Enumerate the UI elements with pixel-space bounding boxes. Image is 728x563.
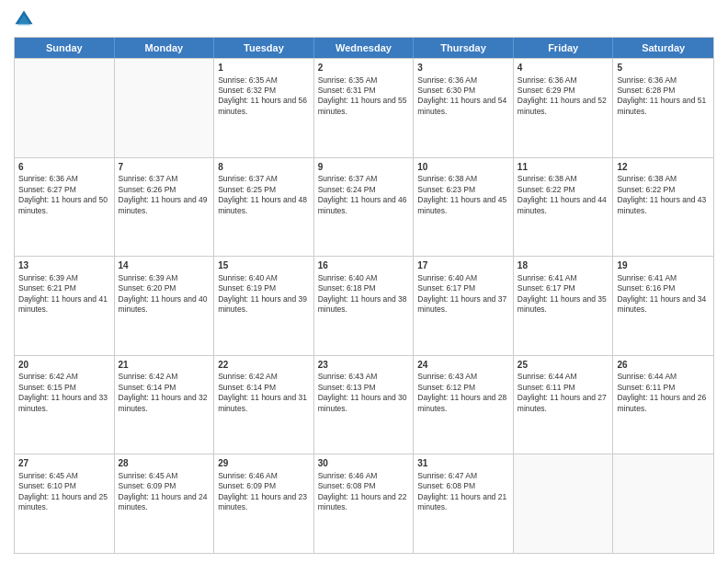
sunrise-text: Sunrise: 6:45 AM [18,471,110,481]
daylight-text: Daylight: 11 hours and 44 minutes. [518,195,609,216]
daylight-text: Daylight: 11 hours and 56 minutes. [218,96,310,117]
sunrise-text: Sunrise: 6:35 AM [218,75,310,86]
cal-cell-24: 24Sunrise: 6:43 AMSunset: 6:12 PMDayligh… [414,356,514,454]
daylight-text: Daylight: 11 hours and 49 minutes. [119,195,210,216]
sunset-text: Sunset: 6:32 PM [218,86,310,96]
sunset-text: Sunset: 6:08 PM [318,481,410,491]
sunrise-text: Sunrise: 6:40 AM [417,273,509,283]
daylight-text: Daylight: 11 hours and 33 minutes. [18,393,110,414]
cal-cell-empty [115,59,215,157]
day-number: 27 [18,457,110,470]
daylight-text: Daylight: 11 hours and 48 minutes. [218,195,310,216]
sunset-text: Sunset: 6:23 PM [417,185,509,195]
cal-cell-9: 9Sunrise: 6:37 AMSunset: 6:24 PMDaylight… [314,158,415,257]
sunrise-text: Sunrise: 6:45 AM [119,471,210,481]
cal-cell-18: 18Sunrise: 6:41 AMSunset: 6:17 PMDayligh… [514,257,614,355]
week-row-3: 13Sunrise: 6:39 AMSunset: 6:21 PMDayligh… [15,256,713,355]
daylight-text: Daylight: 11 hours and 51 minutes. [617,96,710,117]
sunset-text: Sunset: 6:14 PM [119,383,210,393]
header-tuesday: Tuesday [214,38,314,58]
day-number: 17 [417,259,509,272]
sunset-text: Sunset: 6:08 PM [417,481,509,491]
day-number: 13 [18,259,110,272]
cal-cell-21: 21Sunrise: 6:42 AMSunset: 6:14 PMDayligh… [115,356,215,454]
cal-cell-29: 29Sunrise: 6:46 AMSunset: 6:09 PMDayligh… [214,454,314,553]
sunset-text: Sunset: 6:21 PM [18,283,110,293]
cal-cell-8: 8Sunrise: 6:37 AMSunset: 6:25 PMDaylight… [214,158,314,257]
sunset-text: Sunset: 6:30 PM [417,86,509,96]
sunset-text: Sunset: 6:18 PM [318,283,410,293]
header-monday: Monday [115,38,215,58]
day-number: 2 [318,62,410,75]
header-thursday: Thursday [414,38,514,58]
cal-cell-10: 10Sunrise: 6:38 AMSunset: 6:23 PMDayligh… [414,158,514,257]
sunset-text: Sunset: 6:24 PM [318,185,410,195]
daylight-text: Daylight: 11 hours and 34 minutes. [617,294,710,316]
day-number: 31 [417,457,509,470]
day-number: 7 [119,161,210,174]
sunset-text: Sunset: 6:31 PM [318,86,410,96]
day-number: 28 [119,457,210,470]
sunrise-text: Sunrise: 6:40 AM [318,273,410,283]
cal-cell-15: 15Sunrise: 6:40 AMSunset: 6:19 PMDayligh… [214,257,314,355]
day-number: 29 [218,457,310,470]
sunset-text: Sunset: 6:15 PM [18,383,110,393]
week-row-4: 20Sunrise: 6:42 AMSunset: 6:15 PMDayligh… [15,355,713,454]
day-number: 4 [518,62,609,75]
cal-cell-11: 11Sunrise: 6:38 AMSunset: 6:22 PMDayligh… [514,158,614,257]
day-number: 8 [218,161,310,174]
sunset-text: Sunset: 6:25 PM [218,185,310,195]
daylight-text: Daylight: 11 hours and 41 minutes. [18,294,110,316]
sunrise-text: Sunrise: 6:41 AM [617,273,710,283]
day-number: 3 [417,62,509,75]
cal-cell-empty [514,454,614,553]
sunrise-text: Sunrise: 6:36 AM [417,75,509,86]
sunrise-text: Sunrise: 6:38 AM [417,174,509,184]
sunset-text: Sunset: 6:22 PM [617,185,710,195]
daylight-text: Daylight: 11 hours and 28 minutes. [417,393,509,414]
day-number: 19 [617,259,710,272]
header-friday: Friday [514,38,614,58]
sunrise-text: Sunrise: 6:37 AM [318,174,410,184]
cal-cell-14: 14Sunrise: 6:39 AMSunset: 6:20 PMDayligh… [115,257,215,355]
daylight-text: Daylight: 11 hours and 39 minutes. [218,294,310,316]
day-number: 22 [218,359,310,372]
cal-cell-6: 6Sunrise: 6:36 AMSunset: 6:27 PMDaylight… [15,158,115,257]
sunrise-text: Sunrise: 6:42 AM [119,372,210,382]
daylight-text: Daylight: 11 hours and 54 minutes. [417,96,509,117]
day-number: 26 [617,359,710,372]
sunrise-text: Sunrise: 6:44 AM [518,372,609,382]
sunrise-text: Sunrise: 6:47 AM [417,471,509,481]
day-number: 24 [417,359,509,372]
sunset-text: Sunset: 6:12 PM [417,383,509,393]
sunrise-text: Sunrise: 6:43 AM [417,372,509,382]
day-number: 10 [417,161,509,174]
sunrise-text: Sunrise: 6:37 AM [119,174,210,184]
day-number: 30 [318,457,410,470]
daylight-text: Daylight: 11 hours and 23 minutes. [218,492,310,513]
daylight-text: Daylight: 11 hours and 40 minutes. [119,294,210,316]
sunset-text: Sunset: 6:19 PM [218,283,310,293]
daylight-text: Daylight: 11 hours and 43 minutes. [617,195,710,216]
cal-cell-22: 22Sunrise: 6:42 AMSunset: 6:14 PMDayligh… [214,356,314,454]
daylight-text: Daylight: 11 hours and 52 minutes. [518,96,609,117]
cal-cell-4: 4Sunrise: 6:36 AMSunset: 6:29 PMDaylight… [514,59,614,157]
day-number: 11 [518,161,609,174]
sunset-text: Sunset: 6:11 PM [518,383,609,393]
cal-cell-23: 23Sunrise: 6:43 AMSunset: 6:13 PMDayligh… [314,356,415,454]
daylight-text: Daylight: 11 hours and 26 minutes. [617,393,710,414]
sunset-text: Sunset: 6:27 PM [18,185,110,195]
sunset-text: Sunset: 6:28 PM [617,86,710,96]
sunrise-text: Sunrise: 6:42 AM [218,372,310,382]
daylight-text: Daylight: 11 hours and 25 minutes. [18,492,110,513]
sunrise-text: Sunrise: 6:40 AM [218,273,310,283]
daylight-text: Daylight: 11 hours and 24 minutes. [119,492,210,513]
sunset-text: Sunset: 6:22 PM [518,185,609,195]
logo-icon [14,9,34,29]
page: SundayMondayTuesdayWednesdayThursdayFrid… [0,0,728,563]
cal-cell-12: 12Sunrise: 6:38 AMSunset: 6:22 PMDayligh… [613,158,713,257]
sunset-text: Sunset: 6:29 PM [518,86,609,96]
day-number: 5 [617,62,710,75]
day-number: 16 [318,259,410,272]
sunrise-text: Sunrise: 6:38 AM [518,174,609,184]
